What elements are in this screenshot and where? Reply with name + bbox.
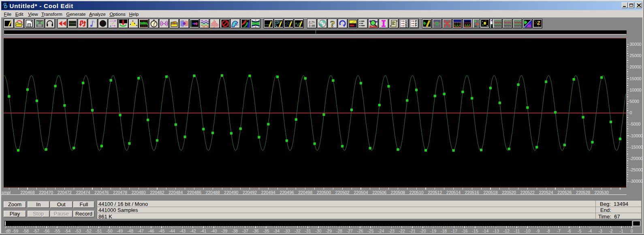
svg-text:?: ? <box>330 19 335 28</box>
svg-text:P: P <box>415 24 417 27</box>
svg-text:Z: Z <box>537 20 540 26</box>
svg-text:Q: Q <box>405 24 407 28</box>
svg-text:2.71: 2.71 <box>309 20 315 24</box>
svg-text:3 dB: 3 dB <box>309 24 315 28</box>
